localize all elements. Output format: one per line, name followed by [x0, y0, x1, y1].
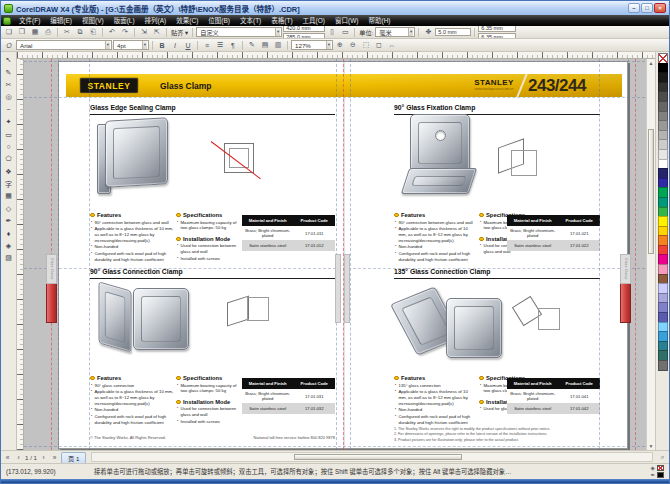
features-block[interactable]: Features 90° glass connectionApplicable …: [90, 375, 175, 426]
product-table[interactable]: Material and FinishProduct Code Brass; B…: [242, 215, 335, 251]
index-tab-right[interactable]: Glass Clamp: [620, 254, 631, 323]
undo-icon[interactable]: ↶: [106, 27, 118, 38]
open-icon[interactable]: ❒: [16, 27, 28, 38]
specs-block[interactable]: Specifications Maximum bearing capacity …: [176, 212, 242, 262]
horizontal-text-icon[interactable]: ▤: [259, 40, 271, 51]
product-title[interactable]: 90° Glass Connection Clamp: [90, 268, 183, 275]
zoom-in-icon[interactable]: ⊕: [334, 40, 346, 51]
portrait-icon[interactable]: ▯: [326, 27, 338, 38]
bullet-list-icon[interactable]: ☰: [214, 40, 226, 51]
last-page-button[interactable]: »: [50, 454, 59, 461]
maximize-button[interactable]: □: [641, 3, 653, 13]
menu-item[interactable]: 帮助(H): [363, 15, 395, 26]
zoom-width-icon[interactable]: ⇔: [386, 40, 398, 51]
technical-drawing[interactable]: [224, 287, 272, 333]
vertical-scrollbar[interactable]: ▲ ▼: [646, 59, 655, 450]
scroll-thumb[interactable]: [648, 129, 654, 254]
zoom-selection-icon[interactable]: ⬚: [360, 40, 372, 51]
units-combo[interactable]: 毫米▾: [375, 27, 415, 37]
product-table[interactable]: Material and FinishProduct Code Brass; B…: [507, 378, 600, 414]
product-title[interactable]: 90° Glass Fixation Clamp: [394, 104, 475, 111]
features-block[interactable]: Features 90° connection between glass an…: [90, 212, 175, 263]
page-preset-combo[interactable]: 自定义▾: [196, 27, 282, 37]
product-table[interactable]: Material and FinishProduct Code Brass; B…: [242, 378, 335, 414]
new-icon[interactable]: ❏: [3, 27, 15, 38]
font-name-combo[interactable]: Arial▾: [16, 40, 112, 50]
alignment-icon[interactable]: ≡: [201, 40, 213, 51]
copy-icon[interactable]: ⧉: [74, 27, 86, 38]
guideline[interactable]: [89, 59, 90, 450]
nudge-field[interactable]: 5.0 mm: [435, 28, 471, 36]
underline-button[interactable]: U: [182, 40, 194, 51]
technical-drawing[interactable]: [215, 139, 267, 181]
features-block[interactable]: Features 135° glass connectionApplicable…: [394, 375, 474, 426]
redo-icon[interactable]: ↷: [119, 27, 131, 38]
ellipse-tool[interactable]: ○: [2, 141, 15, 153]
vertical-text-icon[interactable]: ▥: [272, 40, 284, 51]
menu-item[interactable]: 文本(T): [235, 15, 266, 26]
menu-item[interactable]: 视图(V): [77, 15, 109, 26]
guideline[interactable]: [350, 59, 351, 450]
guideline[interactable]: [24, 61, 655, 62]
page-tab[interactable]: 页 1: [61, 452, 86, 463]
specs-block[interactable]: Specifications Maximum bearing capacity …: [176, 375, 242, 425]
eyedropper-tool[interactable]: ✒: [2, 215, 15, 227]
guideline[interactable]: [24, 446, 655, 447]
print-icon[interactable]: ⎙: [42, 27, 54, 38]
drawing-canvas[interactable]: STANLEY Glass Clamp STANLEY www.stanleya…: [24, 59, 655, 450]
menu-item[interactable]: 窗口(W): [330, 15, 363, 26]
menu-item[interactable]: 编辑(E): [45, 15, 77, 26]
prev-page-button[interactable]: ‹: [14, 454, 23, 461]
technical-drawing[interactable]: [492, 137, 544, 183]
menu-item[interactable]: 文件(F): [14, 15, 45, 26]
header-band[interactable]: STANLEY Glass Clamp STANLEY www.stanleya…: [66, 74, 622, 97]
band-title[interactable]: Glass Clamp: [160, 81, 212, 91]
snap-dropdown[interactable]: 贴齐 ▾: [171, 28, 188, 37]
paper-width-field[interactable]: 420.0 mm: [283, 26, 325, 32]
rectangle-tool[interactable]: ▭: [2, 128, 15, 140]
menu-item[interactable]: 效果(C): [171, 15, 203, 26]
technical-drawing[interactable]: [514, 292, 564, 342]
polygon-tool[interactable]: ⬠: [2, 153, 15, 165]
save-icon[interactable]: ▦: [29, 27, 41, 38]
product-title[interactable]: Glass Edge Sealing Clamp: [90, 104, 176, 111]
smart-fill-tool[interactable]: ✦: [2, 116, 15, 128]
zoom-level-combo[interactable]: 127%▾: [291, 40, 333, 50]
close-button[interactable]: ×: [654, 3, 666, 13]
pan-zoom-icon[interactable]: ⌕: [658, 453, 667, 461]
vertical-ruler[interactable]: [17, 59, 24, 450]
scroll-up-icon[interactable]: ▲: [647, 59, 655, 67]
menu-item[interactable]: 工具(O): [298, 15, 330, 26]
zoom-out-icon[interactable]: ⊖: [347, 40, 359, 51]
interactive-fill-tool[interactable]: ▨: [2, 252, 15, 264]
stanley-logo-right[interactable]: STANLEY www.stanleyaccess.com.cn: [468, 79, 520, 91]
next-page-button[interactable]: ›: [39, 454, 48, 461]
product-title[interactable]: 135° Glass Connection Clamp: [394, 268, 490, 275]
export-icon[interactable]: ⇱: [151, 27, 163, 38]
cut-icon[interactable]: ✂: [61, 27, 73, 38]
italic-button[interactable]: I: [169, 40, 181, 51]
zoom-page-icon[interactable]: ◻: [373, 40, 385, 51]
minimize-button[interactable]: –: [628, 3, 640, 13]
landscape-icon[interactable]: ▭: [339, 27, 351, 38]
crop-tool[interactable]: ✂: [2, 79, 15, 91]
index-tab-left[interactable]: Glass Clamp: [46, 254, 57, 323]
bold-button[interactable]: B: [156, 40, 168, 51]
fill-tool[interactable]: ◈: [2, 240, 15, 252]
drop-cap-icon[interactable]: ¶: [227, 40, 239, 51]
page-numbers[interactable]: 243/244: [528, 76, 586, 96]
scroll-down-icon[interactable]: ▼: [647, 442, 655, 450]
first-page-button[interactable]: «: [3, 454, 12, 461]
import-icon[interactable]: ⇲: [138, 27, 150, 38]
horizontal-scrollbar[interactable]: [91, 452, 653, 462]
palette-swatch[interactable]: [658, 360, 668, 371]
scroll-thumb[interactable]: [294, 454, 462, 460]
font-size-combo[interactable]: 4pt▾: [113, 40, 149, 50]
features-block[interactable]: Features 90° connection between glass an…: [394, 212, 474, 263]
duplicate-x-field[interactable]: 6.35 mm: [478, 26, 516, 32]
table-tool[interactable]: ▦: [2, 190, 15, 202]
guideline[interactable]: [599, 59, 600, 450]
blend-tool[interactable]: ◇: [2, 203, 15, 215]
edit-text-icon[interactable]: ✎: [246, 40, 258, 51]
menu-item[interactable]: 位图(B): [203, 15, 235, 26]
